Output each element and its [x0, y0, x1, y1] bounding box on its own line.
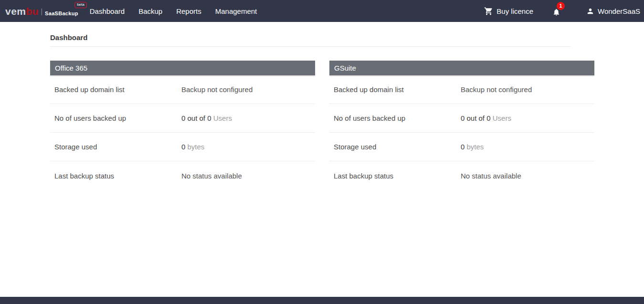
- panel-office365: Office 365 Backed up domain list Backup …: [50, 61, 315, 190]
- table-row: Backed up domain list Backup not configu…: [50, 75, 315, 104]
- value-text: Backup not configured: [461, 85, 532, 94]
- row-value: 0 out of 0 Users: [181, 114, 232, 122]
- row-value: Backup not configured: [461, 85, 532, 94]
- row-value: No status available: [461, 172, 521, 180]
- row-value: 0 bytes: [181, 143, 204, 151]
- dashboard-panels: Office 365 Backed up domain list Backup …: [50, 61, 644, 190]
- panel-header-gsuite: GSuite: [329, 61, 594, 75]
- row-value: 0 bytes: [461, 143, 484, 151]
- notification-count-badge: 1: [557, 2, 565, 10]
- notifications-button[interactable]: 1: [552, 6, 560, 16]
- value-light: bytes: [467, 143, 484, 151]
- product-name: SaaSBackup: [45, 10, 78, 16]
- title-divider: [50, 46, 570, 47]
- row-value: 0 out of 0 Users: [461, 114, 511, 122]
- table-row: No of users backed up 0 out of 0 Users: [329, 104, 594, 133]
- row-label: Backed up domain list: [50, 85, 181, 94]
- buy-licence-label: Buy licence: [496, 7, 533, 15]
- topbar-actions: Buy licence 1 WonderSaaS: [484, 6, 640, 16]
- value-strong: 0: [181, 143, 185, 151]
- product-name-wrap: beta SaaSBackup: [45, 5, 78, 17]
- nav-item-dashboard[interactable]: Dashboard: [90, 7, 125, 15]
- value-text: Backup not configured: [181, 85, 253, 94]
- panel-gsuite: GSuite Backed up domain list Backup not …: [329, 61, 594, 190]
- row-label: No of users backed up: [50, 114, 181, 122]
- nav-item-reports[interactable]: Reports: [176, 7, 201, 15]
- value-strong: 0: [461, 143, 465, 151]
- logo-text-bu: bu: [26, 6, 39, 17]
- user-menu[interactable]: WonderSaaS: [586, 7, 640, 15]
- vembu-wordmark: vembu: [5, 6, 39, 16]
- buy-licence-button[interactable]: Buy licence: [484, 7, 533, 16]
- logo-separator: |: [41, 7, 42, 15]
- row-label: Backed up domain list: [329, 85, 461, 94]
- table-row: Last backup status No status available: [329, 161, 594, 190]
- value-light: bytes: [188, 143, 205, 151]
- vembu-logo[interactable]: vembu | beta SaaSBackup: [5, 5, 78, 17]
- page-title: Dashboard: [50, 33, 644, 42]
- panel-header-office365: Office 365: [50, 61, 315, 75]
- value-light: Users: [213, 114, 232, 122]
- user-name: WonderSaaS: [598, 7, 640, 15]
- cart-icon: [484, 7, 493, 16]
- value-text: No status available: [181, 172, 242, 180]
- panel-title: Office 365: [55, 64, 87, 72]
- value-light: Users: [493, 114, 511, 122]
- row-label: Storage used: [50, 143, 181, 151]
- main-content: Dashboard Office 365 Backed up domain li…: [0, 22, 644, 190]
- row-label: Last backup status: [329, 172, 461, 180]
- value-text: No status available: [461, 172, 521, 180]
- row-value: No status available: [181, 172, 242, 180]
- table-row: No of users backed up 0 out of 0 Users: [50, 104, 315, 133]
- panel-title: GSuite: [334, 64, 356, 72]
- logo-text-vem: vem: [5, 6, 26, 17]
- top-navigation-bar: vembu | beta SaaSBackup Dashboard Backup…: [0, 0, 644, 22]
- row-label: Last backup status: [50, 172, 181, 180]
- row-value: Backup not configured: [181, 85, 253, 94]
- table-row: Storage used 0 bytes: [50, 133, 315, 161]
- main-nav: Dashboard Backup Reports Management: [90, 7, 257, 15]
- table-row: Storage used 0 bytes: [329, 133, 594, 161]
- nav-item-management[interactable]: Management: [215, 7, 257, 15]
- table-row: Last backup status No status available: [50, 161, 315, 190]
- table-row: Backed up domain list Backup not configu…: [329, 75, 594, 104]
- footer-bar: [0, 297, 644, 304]
- nav-item-backup[interactable]: Backup: [138, 7, 162, 15]
- row-label: Storage used: [329, 143, 461, 151]
- value-strong: 0 out of 0: [181, 114, 211, 122]
- value-strong: 0 out of 0: [461, 114, 491, 122]
- person-icon: [586, 7, 594, 15]
- row-label: No of users backed up: [329, 114, 461, 122]
- beta-badge: beta: [74, 2, 87, 8]
